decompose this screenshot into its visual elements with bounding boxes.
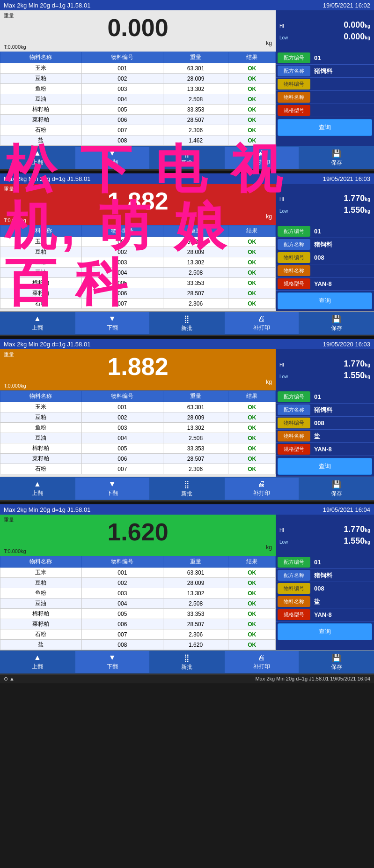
table-row: 盐 008 1.462 OK: [0, 135, 276, 146]
info-value: 盐: [314, 598, 320, 606]
table-section: 物料名称物料编号重量结果 玉米 001 63.301 OK 豆粕 002 28.…: [0, 556, 276, 650]
info-field: 配方编号 01: [276, 52, 374, 65]
bottom-buttons: ▲ 上翻 ▼ 下翻 ⣿ 新批 🖨 补打印 💾 保存: [0, 650, 374, 673]
info-value: 008: [314, 419, 324, 427]
header-datetime: 19/05/2021 16:02: [323, 2, 370, 9]
info-label[interactable]: 规格型号: [278, 278, 310, 289]
hi-value: 1.770kg: [344, 359, 370, 369]
query-button[interactable]: 查询: [278, 119, 372, 136]
info-label[interactable]: 规格型号: [278, 105, 310, 116]
btn-label: 上翻: [32, 324, 43, 332]
btn-新批[interactable]: ⣿ 新批: [150, 146, 225, 169]
btn-补打印[interactable]: 🖨 补打印: [224, 312, 299, 335]
info-value: 猪饲料: [314, 571, 332, 580]
btn-label: 下翻: [107, 489, 118, 497]
btn-label: 新批: [181, 663, 192, 671]
info-label[interactable]: 配方名称: [278, 570, 310, 581]
btn-下翻[interactable]: ▼ 下翻: [75, 146, 150, 169]
btn-label: 保存: [331, 490, 342, 498]
info-label[interactable]: 物料编号: [278, 252, 310, 263]
btn-下翻[interactable]: ▼ 下翻: [75, 312, 150, 335]
table-row: 玉米 001 63.301 OK: [0, 63, 276, 74]
info-label[interactable]: 物料名称: [278, 92, 310, 103]
info-field: 配方名称 猪饲料: [276, 404, 374, 417]
btn-icon-1: ▼: [109, 653, 116, 662]
panel-4: Max 2kg Min 20g d=1g J1.58.01 19/05/2021…: [0, 504, 374, 675]
table-row: 豆油 004 2.508 OK: [0, 433, 276, 443]
header-datetime: 19/05/2021 16:03: [323, 175, 370, 182]
panel-1: Max 2kg Min 20g d=1g J1.58.01 19/05/2021…: [0, 0, 374, 171]
btn-上翻[interactable]: ▲ 上翻: [0, 477, 75, 500]
info-label[interactable]: 配方编号: [278, 557, 310, 568]
info-label[interactable]: 配方名称: [278, 404, 310, 415]
table-header: 重量: [163, 225, 228, 237]
query-button[interactable]: 查询: [278, 623, 372, 640]
btn-新批[interactable]: ⣿ 新批: [150, 477, 225, 500]
query-button[interactable]: 查询: [278, 292, 372, 309]
btn-label: 上翻: [32, 489, 43, 497]
btn-icon-3: 🖨: [258, 314, 265, 323]
btn-补打印[interactable]: 🖨 补打印: [224, 651, 299, 673]
btn-上翻[interactable]: ▲ 上翻: [0, 651, 75, 673]
table-section: 物料名称物料编号重量结果 玉米 001 63.301 OK 豆粕 002 28.…: [0, 52, 276, 146]
info-field: 规格型号 YAN-8: [276, 443, 374, 456]
low-value: 1.550kg: [344, 205, 370, 215]
btn-label: 补打印: [253, 158, 270, 166]
info-field: 配方编号 01: [276, 556, 374, 569]
info-label[interactable]: 物料编号: [278, 418, 310, 428]
btn-icon-1: ▼: [109, 480, 116, 488]
btn-下翻[interactable]: ▼ 下翻: [75, 477, 150, 500]
table-header: 重量: [163, 556, 228, 568]
info-label[interactable]: 规格型号: [278, 444, 310, 455]
info-label[interactable]: 物料编号: [278, 79, 310, 90]
btn-label: 补打印: [253, 489, 270, 497]
btn-补打印[interactable]: 🖨 补打印: [224, 477, 299, 500]
info-field: 配方编号 01: [276, 225, 374, 238]
btn-icon-0: ▲: [34, 314, 41, 323]
btn-上翻[interactable]: ▲ 上翻: [0, 312, 75, 335]
info-label[interactable]: 配方名称: [278, 239, 310, 250]
btn-保存[interactable]: 💾 保存: [299, 651, 374, 673]
info-field: 物料名称: [276, 91, 374, 104]
info-label[interactable]: 物料名称: [278, 431, 310, 441]
data-table: 物料名称物料编号重量结果 玉米 001 63.301 OK 豆粕 002 28.…: [0, 556, 276, 650]
table-row: 玉米 001 63.301 OK: [0, 402, 276, 412]
weight-display: 1.882: [107, 189, 168, 213]
info-label[interactable]: 物料名称: [278, 596, 310, 607]
btn-上翻[interactable]: ▲ 上翻: [0, 146, 75, 169]
btn-icon-1: ▼: [109, 314, 116, 323]
info-label[interactable]: 配方名称: [278, 66, 310, 76]
info-field: 物料名称 盐: [276, 595, 374, 608]
btn-icon-3: 🖨: [258, 149, 265, 157]
table-row: 豆油 004 2.508 OK: [0, 268, 276, 278]
weight-tare: T:0.000kg: [4, 383, 26, 389]
app-container: 松 下 电 视 机, 萌 娘 百 科 Max 2kg Min 20g d=1g …: [0, 0, 374, 683]
btn-保存[interactable]: 💾 保存: [299, 146, 374, 169]
info-label[interactable]: 配方编号: [278, 226, 310, 237]
btn-保存[interactable]: 💾 保存: [299, 477, 374, 500]
table-header: 物料编号: [81, 52, 163, 63]
info-label[interactable]: 配方编号: [278, 391, 310, 402]
table-row: 棉籽粕 005 33.353 OK: [0, 105, 276, 115]
info-label[interactable]: 物料编号: [278, 583, 310, 594]
table-header: 结果: [228, 391, 276, 402]
btn-保存[interactable]: 💾 保存: [299, 312, 374, 335]
hi-value: 1.770kg: [344, 194, 370, 203]
weight-tare: T:0.000kg: [4, 217, 26, 223]
info-label[interactable]: 物料名称: [278, 265, 310, 276]
info-label[interactable]: 配方编号: [278, 52, 310, 63]
low-value: 1.550kg: [344, 371, 370, 381]
table-row: 石粉 007 2.306 OK: [0, 125, 276, 135]
query-button[interactable]: 查询: [278, 458, 372, 475]
btn-icon-0: ▲: [34, 653, 41, 662]
btn-补打印[interactable]: 🖨 补打印: [224, 146, 299, 169]
hi-label: HI: [279, 23, 284, 29]
table-row: 豆粕 002 28.009 OK: [0, 74, 276, 84]
info-label[interactable]: 规格型号: [278, 609, 310, 620]
table-row: 鱼粉 003 13.302 OK: [0, 257, 276, 268]
btn-下翻[interactable]: ▼ 下翻: [75, 651, 150, 673]
table-row: 鱼粉 003 13.302 OK: [0, 84, 276, 94]
btn-新批[interactable]: ⣿ 新批: [150, 651, 225, 673]
table-header: 物料名称: [0, 391, 82, 402]
btn-新批[interactable]: ⣿ 新批: [150, 312, 225, 335]
